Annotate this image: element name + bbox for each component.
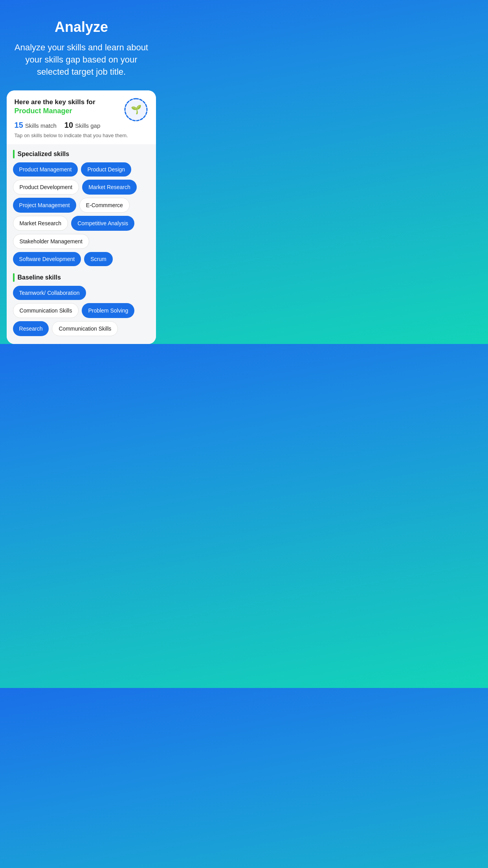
skill-pill[interactable]: Stakeholder Management xyxy=(13,234,89,249)
skill-pill[interactable]: Scrum xyxy=(84,252,112,266)
section-header-baseline: Baseline skills xyxy=(13,268,150,286)
skill-pill[interactable]: Communication Skills xyxy=(52,321,118,336)
section-title: Baseline skills xyxy=(18,274,61,281)
skill-pill[interactable]: Market Research xyxy=(82,180,137,195)
skill-pill[interactable]: Communication Skills xyxy=(13,303,79,318)
section-specialized: Specialized skillsProduct ManagementProd… xyxy=(13,144,150,268)
section-baseline: Baseline skillsTeamwork/ CollaborationCo… xyxy=(13,268,150,338)
skills-match-stat: 15 Skills match xyxy=(15,121,57,130)
skill-pill[interactable]: Teamwork/ Collaboration xyxy=(13,286,86,300)
skill-pill[interactable]: Market Research xyxy=(13,216,68,231)
card-header: Here are the key skills for Product Mana… xyxy=(7,90,156,144)
skill-pill[interactable]: E-Commmerce xyxy=(79,198,130,213)
skills-gap-label: Skills gap xyxy=(75,122,100,129)
header-section: Analyze Analyze your skills and learn ab… xyxy=(0,0,163,87)
skills-match-count: 15 xyxy=(15,121,23,130)
subtitle: Analyze your skills and learn about your… xyxy=(13,42,150,78)
skills-gap-stat: 10 Skills gap xyxy=(64,121,100,130)
section-bar xyxy=(13,150,15,158)
skills-gap-count: 10 xyxy=(64,121,73,130)
skills-grid-specialized: Product ManagementProduct DesignProduct … xyxy=(13,162,150,268)
progress-circle: 🌱 xyxy=(122,96,150,123)
skill-pill[interactable]: Competitive Analysis xyxy=(71,216,134,231)
main-card: Here are the key skills for Product Mana… xyxy=(7,90,156,344)
skill-pill[interactable]: Software Development xyxy=(13,252,81,266)
skill-pill[interactable]: Research xyxy=(13,321,49,336)
section-title: Specialized skills xyxy=(18,151,70,158)
skill-pill[interactable]: Product Development xyxy=(13,180,79,195)
skill-pill[interactable]: Product Management xyxy=(13,162,78,177)
skills-grid-baseline: Teamwork/ CollaborationCommunication Ski… xyxy=(13,286,150,338)
skills-match-label: Skills match xyxy=(25,122,57,129)
svg-text:🌱: 🌱 xyxy=(131,104,142,115)
skill-pill[interactable]: Product Design xyxy=(81,162,131,177)
skill-pill[interactable]: Project Management xyxy=(13,198,76,213)
skill-pill[interactable]: Problem Solving xyxy=(82,303,134,318)
skills-content: Specialized skillsProduct ManagementProd… xyxy=(7,144,156,344)
main-title: Analyze xyxy=(13,19,150,35)
section-bar xyxy=(13,273,15,282)
hint-text: Tap on skills below to indicate that you… xyxy=(15,132,149,139)
section-header-specialized: Specialized skills xyxy=(13,144,150,162)
